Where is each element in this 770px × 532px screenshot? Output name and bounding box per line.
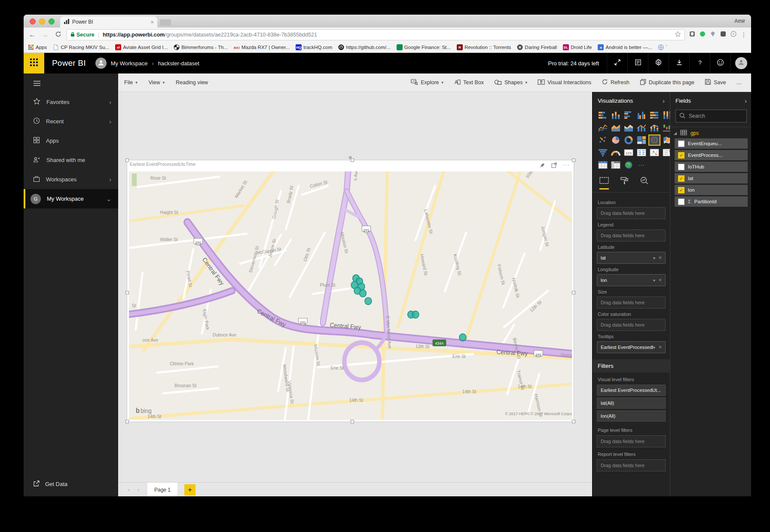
focus-mode-icon[interactable]: [551, 162, 557, 170]
field-checkbox[interactable]: [678, 164, 684, 170]
breadcrumb-dataset[interactable]: hackster-dataset: [158, 60, 199, 67]
viz-icon-area-chart[interactable]: [610, 122, 622, 133]
viz-icon-donut-chart[interactable]: [623, 135, 635, 146]
resize-handle[interactable]: [125, 420, 129, 423]
field-row-lon[interactable]: ✓ lon: [675, 185, 748, 195]
toolbar-visual-interactions[interactable]: Visual Interactions: [538, 79, 591, 86]
bookmark-item[interactable]: Bimmerforums - Th...: [174, 44, 228, 50]
viz-icon-100-stacked-column-chart[interactable]: [661, 110, 670, 121]
chrome-profile-name[interactable]: Amir: [734, 18, 745, 24]
viz-icon-waterfall-chart[interactable]: [661, 122, 670, 133]
bookmark-item[interactable]: https://github.com/...: [338, 44, 391, 50]
address-bar[interactable]: Secure | https://app.powerbi.com/groups/…: [67, 29, 685, 40]
resize-handle[interactable]: [572, 159, 575, 162]
bookmark-item[interactable]: RRevolution :: Torrents: [457, 44, 511, 50]
well-size-dropzone[interactable]: Drag data fields here: [597, 297, 666, 309]
field-row-partitionid[interactable]: Σ PartitionId: [675, 196, 748, 207]
table-gps[interactable]: ◢ gps: [670, 127, 751, 138]
bookmark-item[interactable]: aAndroid is better —...: [598, 44, 652, 50]
chevron-down-icon[interactable]: ▾: [653, 278, 655, 283]
toolbar-reading-view[interactable]: Reading view: [176, 79, 208, 86]
sidebar-item-workspaces[interactable]: Workspaces ›: [24, 170, 118, 189]
reload-icon[interactable]: [54, 31, 62, 39]
pro-trial-label[interactable]: Pro trial: 24 days left: [548, 60, 599, 67]
well-longitude-value[interactable]: lon▾×: [597, 274, 666, 286]
sidebar-item-my-workspace[interactable]: GMy Workspace ⌄: [24, 189, 118, 208]
bookmark-star-icon[interactable]: [675, 31, 681, 39]
viz-icon-pie-chart[interactable]: [610, 135, 622, 146]
viz-icon-scatter-chart[interactable]: [597, 135, 609, 146]
field-checkbox[interactable]: [678, 199, 684, 205]
bookmark-item[interactable]: DLDroid Life: [563, 44, 592, 50]
toolbar-text-box[interactable]: AText Box: [454, 79, 484, 86]
browser-tab[interactable]: Power BI ×: [60, 16, 157, 28]
sidebar-item-recent[interactable]: Recent ›: [24, 112, 118, 131]
field-checkbox[interactable]: ✓: [678, 175, 684, 182]
viz-icon-clustered-column-chart[interactable]: [636, 110, 648, 121]
bookmark-item[interactable]: CP Racing MKIV Su...: [53, 44, 109, 50]
waffle-menu-button[interactable]: [24, 53, 44, 73]
shield-extension-icon[interactable]: [689, 31, 695, 39]
viz-icon-gauge[interactable]: [610, 147, 622, 158]
chrome-menu-icon[interactable]: ⋮: [741, 31, 747, 38]
viz-icon-stacked-column-chart[interactable]: [610, 110, 622, 121]
remove-field-icon[interactable]: ×: [659, 344, 662, 350]
page-level-dropzone[interactable]: Drag data fields here: [597, 435, 666, 447]
get-data-button[interactable]: Get Data: [24, 480, 118, 496]
viz-icon-table[interactable]: [597, 159, 609, 171]
viz-icon-line-clustered-column-chart[interactable]: [636, 122, 648, 133]
toolbar-duplicate-this-page[interactable]: Duplicate this page: [640, 79, 694, 86]
new-tab-button[interactable]: [160, 19, 171, 26]
add-page-button[interactable]: +: [184, 484, 196, 495]
well-latitude-value[interactable]: lat▾×: [597, 252, 666, 264]
sidebar-item-apps[interactable]: Apps: [24, 131, 118, 150]
fullscreen-icon[interactable]: [607, 53, 627, 73]
powerbi-brand[interactable]: Power BI: [52, 58, 86, 68]
viz-icon-line-chart[interactable]: [597, 122, 609, 133]
well-legend-dropzone[interactable]: Drag data fields here: [597, 229, 666, 242]
viz-icon-map[interactable]: [648, 135, 660, 146]
viz-icon-slicer[interactable]: [661, 147, 670, 158]
resize-handle[interactable]: [351, 159, 354, 162]
secure-badge[interactable]: Secure: [70, 32, 95, 38]
notifications-icon[interactable]: [627, 53, 648, 73]
visual-options-icon[interactable]: ···: [563, 162, 570, 170]
viz-icon-esri-map[interactable]: [623, 159, 635, 171]
field-checkbox[interactable]: ✓: [678, 187, 684, 193]
viz-icon-100-stacked-bar-chart[interactable]: [648, 110, 660, 121]
bookmark-item[interactable]: Daring Fireball: [517, 44, 557, 50]
remove-field-icon[interactable]: ×: [659, 277, 662, 283]
collapse-visualizations-icon[interactable]: ›: [663, 97, 665, 104]
filter-pill[interactable]: lon(All): [597, 410, 666, 422]
resize-handle[interactable]: [572, 291, 575, 294]
viz-icon-filled-map[interactable]: [661, 135, 670, 146]
viz-icon-multi-row-card[interactable]: [636, 147, 648, 158]
minimize-window-button[interactable]: [39, 18, 45, 24]
tab-analytics[interactable]: [640, 177, 649, 190]
chevron-down-icon[interactable]: ▾: [653, 256, 655, 260]
viz-icon-card[interactable]: 123: [623, 147, 635, 158]
field-checkbox[interactable]: [678, 141, 684, 147]
circle-extension-icon[interactable]: [730, 31, 736, 39]
help-icon[interactable]: ?: [689, 53, 710, 73]
report-level-dropzone[interactable]: Drag data fields here: [597, 459, 666, 471]
bookmark-item[interactable]: Google Finance: St...: [397, 44, 451, 50]
fields-search-input[interactable]: Search: [675, 110, 747, 122]
viz-icon-funnel[interactable]: [597, 147, 609, 158]
collapse-sidebar-button[interactable]: [24, 73, 118, 92]
tab-close-icon[interactable]: ×: [150, 19, 154, 25]
pin-visual-icon[interactable]: [540, 162, 545, 170]
tab-format[interactable]: [620, 177, 629, 190]
toolbar-more[interactable]: …: [736, 79, 742, 86]
forward-icon[interactable]: →: [41, 31, 49, 39]
bookmark-item[interactable]: Apps: [28, 44, 47, 50]
resize-handle[interactable]: [125, 291, 129, 294]
bookmark-item[interactable]: RX7Mazda RX7 | Owner...: [234, 44, 290, 50]
viz-icon-clustered-bar-chart[interactable]: [623, 110, 635, 121]
well-location-dropzone[interactable]: Drag data fields here: [597, 207, 666, 219]
toolbar-save[interactable]: Save: [705, 79, 726, 86]
viz-icon-matrix[interactable]: [610, 159, 622, 171]
toolbar-file[interactable]: File▾: [124, 79, 138, 86]
bookmark-item[interactable]: xfAviate Asset Grid I...: [115, 44, 168, 50]
more-visuals-icon[interactable]: ···: [636, 159, 648, 171]
